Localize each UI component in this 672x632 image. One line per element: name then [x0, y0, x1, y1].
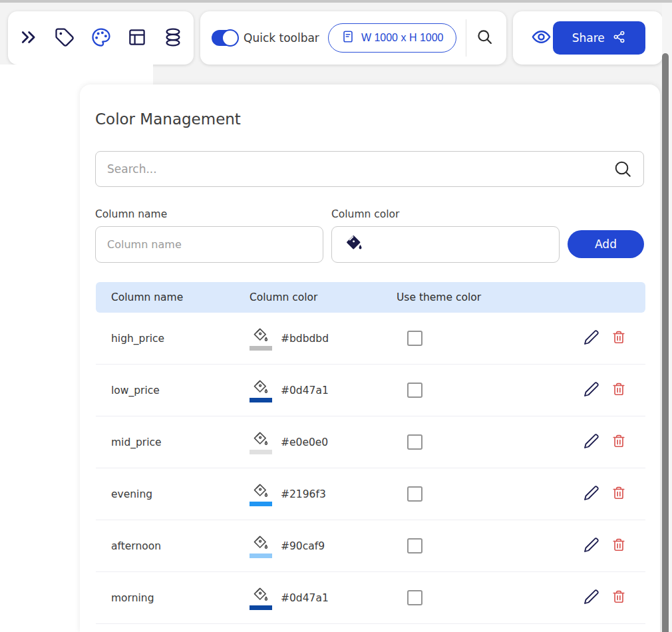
header-column-color: Column color — [250, 291, 397, 303]
theme-checkbox[interactable] — [407, 590, 422, 605]
delete-row-button[interactable] — [611, 382, 626, 398]
database-icon — [163, 27, 183, 49]
share-button-label: Share — [572, 31, 605, 45]
delete-row-button[interactable] — [611, 589, 626, 606]
palette-icon — [91, 27, 111, 49]
paint-bucket-outline-icon — [250, 586, 272, 610]
trash-icon — [611, 434, 626, 450]
search-icon — [476, 28, 494, 48]
edit-row-button[interactable] — [584, 485, 599, 503]
canvas-size-button[interactable]: W 1000 x H 1000 — [328, 23, 456, 53]
trash-icon — [611, 589, 626, 606]
pencil-icon — [584, 485, 599, 503]
row-hex: #e0e0e0 — [281, 436, 328, 448]
header-column-name: Column name — [111, 291, 250, 303]
quick-toolbar-label: Quick toolbar — [244, 31, 319, 45]
edit-row-button[interactable] — [584, 329, 599, 347]
row-hex: #90caf9 — [281, 540, 325, 552]
search-icon[interactable] — [613, 159, 633, 179]
layout-icon — [127, 27, 147, 49]
row-theme-cell — [407, 590, 584, 605]
toggle-thumb — [222, 29, 239, 47]
row-name: mid_price — [111, 436, 250, 448]
row-color-cell: #90caf9 — [250, 534, 407, 558]
document-icon — [341, 29, 355, 47]
panel-search-box — [95, 151, 644, 187]
tools-toolbar — [8, 11, 194, 65]
row-color-cell: #2196f3 — [250, 482, 407, 506]
theme-checkbox[interactable] — [407, 434, 422, 450]
pencil-icon — [584, 433, 599, 451]
delete-row-button[interactable] — [611, 538, 626, 554]
paint-bucket-outline-icon — [250, 534, 272, 558]
row-name: low_price — [111, 385, 250, 396]
row-actions — [584, 381, 645, 399]
edit-row-button[interactable] — [584, 537, 599, 555]
column-color-label: Column color — [331, 208, 399, 220]
row-name: high_price — [111, 333, 250, 345]
color-bar — [250, 553, 272, 558]
data-tool-button[interactable] — [162, 27, 184, 49]
column-name-input[interactable] — [96, 238, 323, 251]
edit-row-button[interactable] — [584, 589, 599, 607]
color-bar — [250, 502, 272, 506]
header-use-theme-color: Use theme color — [397, 291, 645, 303]
theme-checkbox[interactable] — [407, 538, 422, 553]
colors-tool-button[interactable] — [90, 27, 112, 49]
toolbar-search-button[interactable] — [474, 27, 495, 49]
paint-bucket-outline-icon — [250, 430, 272, 454]
trash-icon — [611, 330, 626, 347]
add-color-button[interactable]: Add — [568, 230, 644, 258]
preview-button[interactable] — [530, 27, 553, 49]
table-row: mid_price #e0e0e0 — [96, 416, 645, 468]
row-name: evening — [111, 488, 250, 500]
scrollbar-track[interactable] — [662, 3, 672, 632]
edit-row-button[interactable] — [584, 381, 599, 399]
window-top-border — [0, 0, 672, 3]
delete-row-button[interactable] — [611, 486, 626, 502]
quick-toolbar-toggle[interactable] — [212, 30, 238, 46]
table-row: low_price #0d47a1 — [96, 365, 645, 416]
scrollbar-thumb[interactable] — [662, 53, 669, 632]
theme-checkbox[interactable] — [407, 383, 422, 398]
canvas-size-label: W 1000 x H 1000 — [361, 32, 444, 44]
pencil-icon — [584, 329, 599, 347]
pencil-icon — [584, 537, 599, 555]
trash-icon — [611, 486, 626, 502]
table-row: morning #0d47a1 — [96, 572, 645, 624]
row-theme-cell — [407, 383, 584, 398]
labels-tool-button[interactable] — [53, 27, 76, 49]
delete-row-button[interactable] — [611, 434, 626, 450]
color-table: Column name Column color Use theme color… — [96, 282, 645, 624]
tag-icon — [55, 27, 75, 49]
row-theme-cell — [407, 538, 584, 553]
paint-bucket-outline-icon — [250, 379, 272, 402]
share-card: Share — [513, 11, 663, 65]
theme-checkbox[interactable] — [407, 486, 422, 502]
row-name: morning — [111, 592, 250, 604]
trash-icon — [611, 538, 626, 554]
layout-tool-button[interactable] — [126, 27, 148, 49]
color-bar — [250, 398, 272, 402]
row-hex: #2196f3 — [281, 488, 326, 500]
quick-toolbar-card: Quick toolbar W 1000 x H 1000 — [200, 11, 506, 65]
eye-icon — [531, 27, 552, 49]
pencil-icon — [584, 589, 599, 607]
row-hex: #0d47a1 — [281, 592, 329, 604]
expand-toolbar-button[interactable] — [17, 27, 40, 49]
row-theme-cell — [407, 434, 584, 450]
row-color-cell: #0d47a1 — [250, 379, 407, 402]
theme-checkbox[interactable] — [407, 331, 422, 346]
color-bar — [250, 450, 272, 454]
share-button[interactable]: Share — [553, 21, 645, 55]
row-actions — [584, 329, 645, 347]
color-management-panel: Color Management Column name Column colo… — [80, 84, 660, 632]
row-hex: #bdbdbd — [281, 333, 329, 345]
panel-search-input[interactable] — [96, 162, 613, 176]
column-name-field — [95, 226, 323, 263]
edit-row-button[interactable] — [584, 433, 599, 451]
color-bar — [250, 605, 272, 610]
column-name-label: Column name — [95, 208, 167, 220]
delete-row-button[interactable] — [611, 330, 626, 347]
column-color-picker[interactable] — [331, 226, 560, 263]
